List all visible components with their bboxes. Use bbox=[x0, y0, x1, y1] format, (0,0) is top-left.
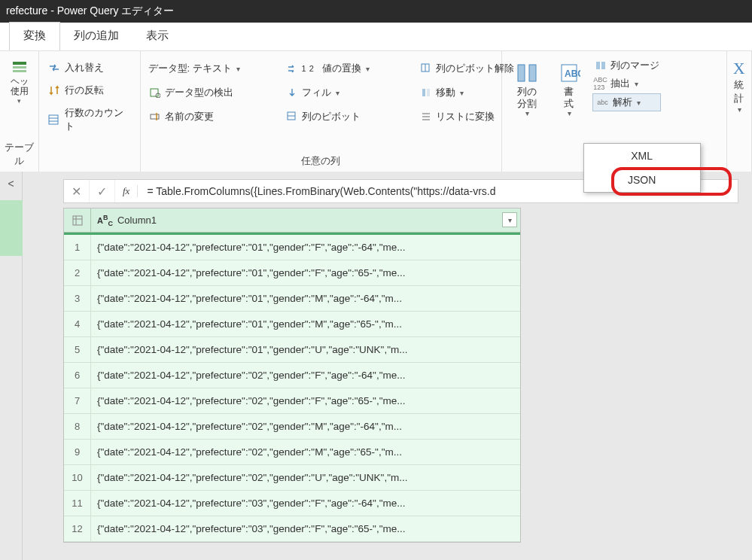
dropdown-icon: ▾ bbox=[17, 98, 21, 105]
use-headers-button[interactable]: ヘッ 使用 ▾ bbox=[3, 56, 35, 136]
cell[interactable]: {"date":"2021-04-12","prefecture":"02","… bbox=[91, 388, 520, 413]
row-number: 2 bbox=[64, 260, 91, 285]
cell[interactable]: {"date":"2021-04-12","prefecture":"02","… bbox=[91, 440, 520, 464]
svg-rect-0 bbox=[13, 62, 26, 65]
select-all-cell[interactable] bbox=[64, 208, 91, 232]
row-number: 8 bbox=[64, 414, 91, 439]
parse-dropdown-menu: XML JSON bbox=[583, 143, 701, 193]
cell[interactable]: {"date":"2021-04-12","prefecture":"02","… bbox=[91, 465, 520, 490]
transpose-button[interactable]: 入れ替え bbox=[42, 57, 137, 78]
dropdown-icon: ▾ bbox=[738, 105, 741, 114]
fill-icon bbox=[285, 86, 299, 99]
table-row[interactable]: 3{"date":"2021-04-12","prefecture":"01",… bbox=[64, 286, 520, 312]
svg-rect-19 bbox=[518, 65, 525, 81]
row-number: 9 bbox=[64, 440, 91, 464]
table-row[interactable]: 4{"date":"2021-04-12","prefecture":"01",… bbox=[64, 312, 520, 337]
table-row[interactable]: 1{"date":"2021-04-12","prefecture":"01",… bbox=[64, 235, 520, 260]
ribbon-tabstrip: 変換 列の追加 表示 bbox=[0, 23, 752, 51]
unpivot-icon bbox=[419, 62, 433, 75]
dropdown-icon: ▾ bbox=[336, 89, 339, 97]
datatype-text-icon: ABC bbox=[97, 214, 113, 227]
svg-rect-10 bbox=[422, 89, 425, 96]
table-row[interactable]: 8{"date":"2021-04-12","prefecture":"02",… bbox=[64, 414, 520, 440]
chevron-left-icon: < bbox=[8, 178, 14, 190]
row-number: 11 bbox=[64, 491, 91, 516]
datatype-button[interactable]: データ型: テキスト▾ bbox=[147, 57, 278, 80]
split-label: 列の 分割 bbox=[517, 86, 537, 109]
table-row[interactable]: 2{"date":"2021-04-12","prefecture":"01",… bbox=[64, 260, 520, 286]
dropdown-icon: ▾ bbox=[635, 80, 638, 88]
reverse-rows-button[interactable]: 行の反転 bbox=[42, 80, 137, 101]
tab-transform[interactable]: 変換 bbox=[9, 22, 60, 50]
extract-button[interactable]: ABC123抽出▾ bbox=[592, 75, 661, 92]
table-row[interactable]: 10{"date":"2021-04-12","prefecture":"02"… bbox=[64, 465, 520, 491]
cell[interactable]: {"date":"2021-04-12","prefecture":"01","… bbox=[91, 312, 520, 336]
row-number: 5 bbox=[64, 337, 91, 362]
any-column-group-label: 任意の列 bbox=[144, 150, 498, 169]
format-label: 書 式 bbox=[564, 86, 574, 109]
row-number: 7 bbox=[64, 388, 91, 413]
tab-view[interactable]: 表示 bbox=[132, 23, 182, 50]
reverse-icon bbox=[47, 84, 62, 97]
ribbon-group-table: ヘッ 使用 ▾ テーブル bbox=[0, 51, 39, 172]
table-row[interactable]: 5{"date":"2021-04-12","prefecture":"01",… bbox=[64, 337, 520, 363]
table-row[interactable]: 6{"date":"2021-04-12","prefecture":"02",… bbox=[64, 363, 520, 388]
svg-rect-11 bbox=[427, 89, 430, 96]
svg-rect-23 bbox=[596, 62, 600, 69]
row-number: 1 bbox=[64, 235, 91, 260]
queries-pane-collapsed[interactable]: < bbox=[0, 172, 23, 560]
cell[interactable]: {"date":"2021-04-12","prefecture":"01","… bbox=[91, 260, 520, 285]
ribbon-group-rows: 入れ替え 行の反転 行数のカウント bbox=[39, 51, 141, 172]
detect-icon bbox=[148, 86, 162, 99]
split-column-button[interactable]: 列の 分割 ▾ bbox=[508, 57, 546, 150]
column-name: Column1 bbox=[117, 215, 157, 226]
format-button[interactable]: ABC 書 式 ▾ bbox=[550, 57, 588, 150]
editor-main: ✕ ✓ fx = Table.FromColumns({Lines.FromBi… bbox=[23, 172, 752, 560]
parse-json-item[interactable]: JSON bbox=[584, 168, 700, 192]
table-icon bbox=[72, 215, 83, 226]
count-icon bbox=[47, 113, 62, 126]
row-number: 10 bbox=[64, 465, 91, 490]
dropdown-icon: ▾ bbox=[236, 65, 240, 73]
dropdown-icon: ▾ bbox=[460, 89, 464, 97]
formula-cancel-button[interactable]: ✕ bbox=[64, 180, 90, 202]
count-rows-button[interactable]: 行数のカウント bbox=[42, 102, 137, 137]
cell[interactable]: {"date":"2021-04-12","prefecture":"01","… bbox=[91, 337, 520, 362]
query-strip bbox=[0, 200, 23, 256]
table-row[interactable]: 12{"date":"2021-04-12","prefecture":"03"… bbox=[64, 516, 520, 542]
table-row[interactable]: 9{"date":"2021-04-12","prefecture":"02",… bbox=[64, 440, 520, 465]
column-filter-button[interactable]: ▾ bbox=[502, 212, 517, 227]
pivot-icon bbox=[285, 110, 299, 123]
parse-xml-item[interactable]: XML bbox=[584, 144, 700, 168]
parse-button[interactable]: abc解析▾ bbox=[592, 93, 661, 111]
cell[interactable]: {"date":"2021-04-12","prefecture":"03","… bbox=[91, 516, 520, 541]
column-header-column1[interactable]: ABC Column1 ▾ bbox=[91, 208, 520, 232]
dropdown-icon: ▾ bbox=[366, 65, 370, 73]
row-number: 4 bbox=[64, 312, 91, 336]
window-title: refecture - Power Query エディター bbox=[6, 5, 174, 18]
cell[interactable]: {"date":"2021-04-12","prefecture":"03","… bbox=[91, 491, 520, 516]
rename-button[interactable]: 名前の変更 bbox=[147, 105, 278, 128]
move-icon bbox=[419, 86, 433, 99]
detect-datatype-button[interactable]: データ型の検出 bbox=[147, 81, 278, 104]
formula-commit-button[interactable]: ✓ bbox=[90, 180, 115, 202]
sigma-icon: Χ bbox=[733, 59, 745, 78]
cell[interactable]: {"date":"2021-04-12","prefecture":"01","… bbox=[91, 235, 520, 260]
format-icon: ABC bbox=[556, 60, 582, 86]
cell[interactable]: {"date":"2021-04-12","prefecture":"02","… bbox=[91, 363, 520, 388]
replace-icon bbox=[285, 62, 299, 75]
extract-icon: ABC123 bbox=[594, 77, 607, 90]
tab-add-column[interactable]: 列の追加 bbox=[60, 23, 132, 50]
table-row[interactable]: 11{"date":"2021-04-12","prefecture":"03"… bbox=[64, 491, 520, 516]
cell[interactable]: {"date":"2021-04-12","prefecture":"02","… bbox=[91, 414, 520, 439]
data-preview-grid: ABC Column1 ▾ 1{"date":"2021-04-12","pre… bbox=[63, 208, 521, 543]
merge-columns-button[interactable]: 列のマージ bbox=[592, 57, 661, 74]
cell[interactable]: {"date":"2021-04-12","prefecture":"01","… bbox=[91, 286, 520, 311]
table-row[interactable]: 7{"date":"2021-04-12","prefecture":"02",… bbox=[64, 388, 520, 414]
svg-rect-3 bbox=[49, 115, 58, 124]
pivot-button[interactable]: 列のピボット bbox=[284, 105, 412, 128]
fill-button[interactable]: フィル▾ bbox=[284, 81, 412, 104]
svg-rect-24 bbox=[601, 62, 605, 69]
merge-icon bbox=[594, 59, 607, 72]
replace-values-button[interactable]: 12 値の置換▾ bbox=[284, 57, 412, 80]
